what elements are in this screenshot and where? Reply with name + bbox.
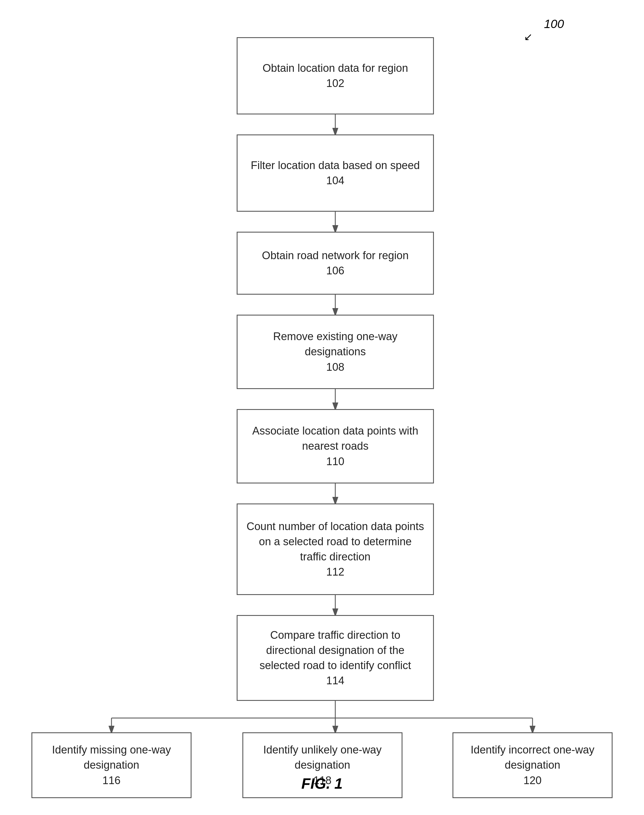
- box-102: Obtain location data for region102: [237, 37, 434, 114]
- box-114: Compare traffic direction to directional…: [237, 615, 434, 701]
- diagram-container: 100 ↙ Obtai: [0, 0, 644, 815]
- box-110: Associate location data points with near…: [237, 409, 434, 483]
- box-120: Identify incorrect one-way designation12…: [452, 732, 613, 798]
- figure-number-arrow: ↙: [524, 31, 532, 43]
- box-108: Remove existing one-way designations108: [237, 315, 434, 389]
- box-106: Obtain road network for region106: [237, 232, 434, 295]
- box-112: Count number of location data points on …: [237, 503, 434, 595]
- box-116: Identify missing one-way designation116: [31, 732, 192, 798]
- figure-number: 100: [544, 17, 564, 31]
- fig-caption: FIG. 1: [301, 775, 342, 792]
- box-104: Filter location data based on speed104: [237, 134, 434, 212]
